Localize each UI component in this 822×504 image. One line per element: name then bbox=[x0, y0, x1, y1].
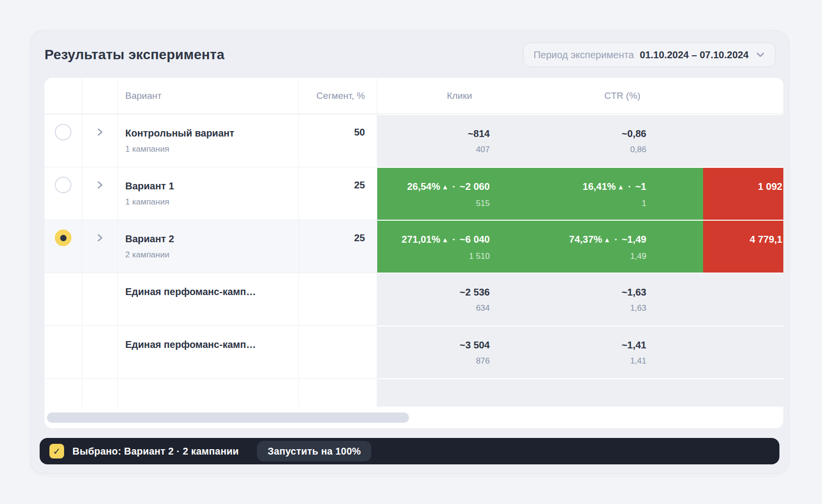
table-row-campaign: Единая перфоманс-камп… ~3 504 876 ~1,41 … bbox=[45, 325, 783, 378]
clicks-actual: 1 510 bbox=[377, 252, 490, 261]
table-row: Вариант 1 1 кампания 25 26,54%▲·~2 060 5… bbox=[45, 167, 783, 220]
expand-cell-empty bbox=[82, 325, 118, 378]
clicks-estimate: ~6 040 bbox=[459, 234, 490, 245]
dot-separator: · bbox=[628, 181, 632, 192]
variant-name: Вариант 1 bbox=[125, 180, 294, 192]
radio-cell-empty bbox=[45, 273, 82, 325]
ctr-estimate: ~0,86 bbox=[542, 127, 646, 140]
table-filler-row bbox=[45, 378, 783, 407]
clicks-delta: 271,01% bbox=[402, 234, 440, 245]
chevron-down-icon bbox=[755, 50, 765, 60]
horizontal-scrollbar-thumb[interactable] bbox=[47, 412, 409, 423]
period-value: 01.10.2024 – 07.10.2024 bbox=[640, 49, 749, 61]
ctr-cell-positive: 74,37%▲·~1,49 1,49 bbox=[542, 220, 703, 273]
radio-cell bbox=[45, 220, 82, 273]
expand-cell-empty bbox=[82, 273, 118, 325]
expand-cell bbox=[82, 114, 118, 167]
card-header: Результаты эксперимента Период экспериме… bbox=[31, 31, 788, 78]
selection-bottom-bar: ✓ Выбрано: Вариант 2 · 2 кампании Запуст… bbox=[40, 438, 779, 464]
table-header-row: Вариант Сегмент, % Клики CTR (%) bbox=[45, 78, 783, 114]
campaign-name: Единая перфоманс-камп… bbox=[125, 285, 294, 298]
ctr-cell: ~0,86 0,86 bbox=[542, 114, 703, 167]
clicks-delta: 26,54% bbox=[407, 181, 440, 192]
results-table: Вариант Сегмент, % Клики CTR (%) Контрол… bbox=[45, 78, 783, 428]
dot-separator: · bbox=[453, 181, 456, 192]
clicks-cell-positive: 26,54%▲·~2 060 515 bbox=[377, 167, 542, 220]
increase-arrow-icon: ▲ bbox=[442, 236, 449, 244]
ctr-actual: 0,86 bbox=[542, 145, 646, 155]
extra-metric-cell bbox=[703, 325, 783, 378]
clicks-estimate: ~2 536 bbox=[377, 286, 490, 298]
table-row: Контрольный вариант 1 кампания 50 ~814 4… bbox=[45, 114, 783, 167]
ctr-estimate: ~1,63 bbox=[542, 286, 646, 298]
variant-radio[interactable] bbox=[55, 124, 71, 140]
column-header-extra bbox=[703, 78, 783, 114]
expand-cell bbox=[82, 167, 118, 220]
clicks-cell-positive: 271,01%▲·~6 040 1 510 bbox=[377, 220, 542, 273]
campaign-cell: Единая перфоманс-камп… bbox=[118, 273, 299, 325]
increase-arrow-icon: ▲ bbox=[442, 183, 449, 191]
selected-checkbox[interactable]: ✓ bbox=[49, 444, 64, 458]
variant-campaign-count: 1 кампания bbox=[125, 197, 294, 207]
segment-value: 50 bbox=[299, 114, 377, 167]
header-radio-cell bbox=[45, 78, 82, 114]
increase-arrow-icon: ▲ bbox=[617, 183, 624, 191]
experiment-results-card: Результаты эксперимента Период экспериме… bbox=[30, 30, 789, 474]
ctr-estimate: ~1,49 bbox=[621, 234, 646, 245]
segment-value: 25 bbox=[299, 220, 377, 273]
expand-cell bbox=[82, 220, 118, 273]
extra-metric-cell-negative: 1 092 bbox=[703, 167, 783, 220]
variant-radio-checked[interactable] bbox=[55, 229, 71, 246]
launch-100-button[interactable]: Запустить на 100% bbox=[257, 441, 372, 461]
segment-value-empty bbox=[299, 325, 377, 378]
clicks-estimate: ~2 060 bbox=[459, 181, 490, 192]
ctr-estimate: ~1 bbox=[635, 181, 646, 192]
chevron-right-icon[interactable] bbox=[95, 181, 104, 189]
table-row-selected: Вариант 2 2 кампании 25 271,01%▲·~6 040 … bbox=[45, 220, 783, 273]
clicks-actual: 876 bbox=[377, 356, 490, 366]
header-expand-cell bbox=[82, 78, 118, 114]
segment-value: 25 bbox=[299, 167, 377, 220]
variant-campaign-count: 1 кампания bbox=[125, 144, 294, 154]
period-label: Период эксперимента bbox=[533, 49, 634, 61]
ctr-actual: 1,63 bbox=[542, 303, 646, 313]
column-header-clicks: Клики bbox=[377, 78, 542, 114]
campaign-cell: Единая перфоманс-камп… bbox=[118, 325, 299, 378]
extra-metric-cell bbox=[703, 273, 783, 325]
clicks-cell: ~2 536 634 bbox=[377, 273, 542, 325]
dot-separator: · bbox=[453, 234, 456, 245]
radio-cell-empty bbox=[45, 325, 82, 378]
radio-cell bbox=[45, 114, 82, 167]
campaign-name: Единая перфоманс-камп… bbox=[125, 338, 294, 351]
variant-radio[interactable] bbox=[55, 177, 71, 193]
radio-cell bbox=[45, 167, 82, 220]
variant-name: Вариант 2 bbox=[125, 232, 294, 245]
ctr-cell: ~1,41 1,41 bbox=[542, 325, 703, 378]
chevron-right-icon[interactable] bbox=[95, 233, 104, 242]
extra-metric-cell bbox=[703, 114, 783, 167]
clicks-cell: ~3 504 876 bbox=[377, 325, 542, 378]
extra-metric-cell-negative: 4 779,1 bbox=[703, 220, 783, 273]
clicks-actual: 407 bbox=[377, 145, 490, 155]
variant-name: Контрольный вариант bbox=[125, 127, 294, 139]
segment-value-empty bbox=[299, 273, 377, 325]
table-scrollbar-area bbox=[45, 407, 783, 428]
chevron-right-icon[interactable] bbox=[95, 128, 104, 137]
ctr-actual: 1,41 bbox=[542, 356, 646, 366]
selection-summary: Выбрано: Вариант 2 · 2 кампании bbox=[72, 446, 239, 457]
ctr-actual: 1 bbox=[542, 199, 646, 208]
column-header-ctr: CTR (%) bbox=[542, 78, 703, 114]
ctr-estimate: ~1,41 bbox=[542, 339, 646, 351]
variant-cell: Контрольный вариант 1 кампания bbox=[118, 114, 299, 167]
period-select[interactable]: Период эксперимента 01.10.2024 – 07.10.2… bbox=[523, 43, 776, 67]
clicks-actual: 515 bbox=[377, 199, 490, 208]
ctr-cell: ~1,63 1,63 bbox=[542, 273, 703, 325]
table-row-campaign: Единая перфоманс-камп… ~2 536 634 ~1,63 … bbox=[45, 273, 783, 325]
clicks-estimate: ~814 bbox=[377, 127, 490, 140]
dot-separator: · bbox=[615, 234, 618, 245]
variant-cell: Вариант 1 1 кампания bbox=[118, 167, 299, 220]
column-header-variant: Вариант bbox=[118, 78, 299, 114]
clicks-estimate: ~3 504 bbox=[377, 339, 490, 351]
variant-cell: Вариант 2 2 кампании bbox=[118, 220, 299, 273]
ctr-delta: 16,41% bbox=[583, 181, 616, 192]
